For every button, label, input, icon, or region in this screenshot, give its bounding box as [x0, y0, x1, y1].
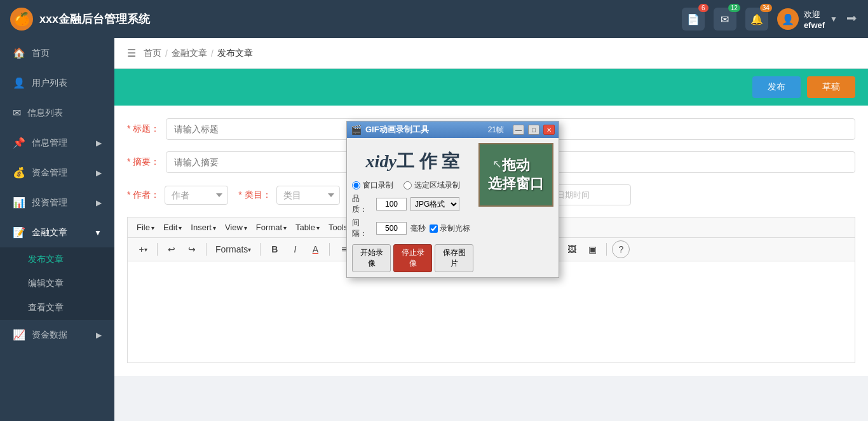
editor-menu-file[interactable]: File▾: [134, 221, 157, 233]
data-icon: 📈: [13, 329, 25, 341]
user-menu[interactable]: 👤 欢迎 efwef ▼: [777, 8, 837, 30]
draft-button[interactable]: 草稿: [807, 76, 855, 98]
help-button[interactable]: ?: [612, 240, 630, 258]
bold-button[interactable]: B: [266, 240, 283, 258]
radio-window-record[interactable]: 窗口录制: [352, 180, 393, 191]
bell-icon-btn[interactable]: 🔔 34: [745, 8, 768, 31]
media-button[interactable]: ▣: [583, 240, 601, 258]
add-button[interactable]: +▾: [134, 240, 152, 258]
breadcrumb-home[interactable]: 首页: [144, 48, 161, 59]
document-icon-btn[interactable]: 📄 6: [682, 8, 705, 31]
font-color-button[interactable]: A: [306, 240, 324, 258]
user-icon: 👤: [13, 77, 25, 89]
username-text: efwef: [804, 20, 825, 30]
interval-row: 间隔： 毫秒 录制光标: [352, 217, 473, 239]
chevron-down-icon: ▼: [830, 15, 837, 24]
sidebar-item-home[interactable]: 🏠 首页: [0, 38, 114, 68]
interval-label: 间隔：: [352, 217, 372, 239]
quality-row: 品质： JPG格式 PNG格式: [352, 193, 473, 215]
author-label: 作者：: [127, 190, 159, 201]
gif-tool-window: 🎬 GIF动画录制工具 21帧 — □ ✕ xidy工 作 室 窗口录制 选定区…: [346, 121, 559, 278]
sidebar-item-assets-data[interactable]: 📈 资金数据 ▶: [0, 320, 114, 350]
radio-window-label: 窗口录制: [363, 180, 393, 191]
editor-menu-table[interactable]: Table▾: [293, 221, 322, 233]
sidebar-sub-item-publish[interactable]: 发布文章: [0, 247, 114, 272]
toolbar-sep-4: [329, 243, 330, 256]
editor-menu-edit[interactable]: Edit▾: [161, 221, 184, 233]
minimize-button[interactable]: —: [513, 125, 524, 135]
menu-icon: ☰: [127, 47, 136, 59]
breadcrumb-current: 发布文章: [217, 48, 253, 59]
redo-button[interactable]: ↪: [183, 240, 201, 258]
document-icon: 📄: [687, 13, 700, 25]
radio-region-input[interactable]: [403, 181, 412, 190]
image-button[interactable]: 🖼: [563, 240, 581, 258]
bell-icon: 🔔: [750, 13, 763, 25]
radio-region-label: 选定区域录制: [414, 180, 460, 191]
sidebar-item-home-label: 首页: [32, 48, 50, 59]
radio-window-input[interactable]: [352, 181, 360, 190]
sidebar-item-assets-label: 资金管理: [32, 167, 67, 179]
gif-controls: xidy工 作 室 窗口录制 选定区域录制 品质： JPG格式: [352, 143, 473, 272]
sidebar-item-users[interactable]: 👤 用户列表: [0, 68, 114, 98]
interval-input[interactable]: [376, 222, 407, 235]
abstract-label: 摘要：: [127, 156, 159, 168]
editor-menu-insert[interactable]: Insert▾: [188, 221, 219, 233]
maximize-button[interactable]: □: [528, 125, 539, 135]
breadcrumb-finance[interactable]: 金融文章: [172, 48, 207, 59]
logout-icon[interactable]: ⮕: [846, 13, 858, 26]
undo-button[interactable]: ↩: [163, 240, 180, 258]
sidebar-item-info-mgmt-label: 信息管理: [32, 137, 67, 149]
gif-preview-text: xidy工 作 室: [352, 143, 473, 177]
sidebar-item-users-label: 用户列表: [32, 78, 67, 89]
gif-frame-count: 21帧: [488, 125, 504, 135]
start-record-button[interactable]: 开始录像: [352, 244, 391, 272]
gif-action-buttons: 开始录像 停止录像 保存图片: [352, 244, 473, 272]
gif-window-title: GIF动画录制工具: [365, 124, 484, 135]
formats-dropdown[interactable]: Formats▾: [212, 240, 255, 258]
sidebar-item-info-mgmt[interactable]: 📌 信息管理 ▶: [0, 128, 114, 158]
radio-region-record[interactable]: 选定区域录制: [403, 180, 460, 191]
sidebar-item-finance[interactable]: 📝 金融文章 ▼: [0, 217, 114, 247]
chevron-down-finance-icon: ▼: [94, 228, 102, 237]
italic-button[interactable]: I: [286, 240, 304, 258]
sidebar-item-messages-label: 信息列表: [27, 107, 63, 119]
toolbar-sep-2: [206, 243, 207, 256]
record-cursor-checkbox[interactable]: [430, 224, 438, 233]
quality-label: 品质：: [352, 193, 372, 215]
record-cursor-checkbox-label[interactable]: 录制光标: [430, 223, 470, 234]
quality-input[interactable]: [376, 198, 407, 210]
mail-icon-btn[interactable]: ✉ 12: [714, 8, 736, 31]
greeting-text: 欢迎: [804, 9, 825, 20]
sidebar-sub-item-view[interactable]: 查看文章: [0, 296, 114, 320]
sidebar-item-assets-data-label: 资金数据: [32, 329, 67, 341]
gif-titlebar: 🎬 GIF动画录制工具 21帧 — □ ✕: [347, 121, 559, 138]
article-icon: 📝: [13, 226, 25, 238]
author-select[interactable]: 作者: [165, 186, 228, 205]
sidebar-sub-item-edit[interactable]: 编辑文章: [0, 272, 114, 296]
mail-badge: 12: [728, 4, 740, 12]
gif-preview-right: ↖ 拖动 选择窗口: [478, 143, 553, 207]
editor-menu-format[interactable]: Format▾: [254, 221, 289, 233]
document-badge: 6: [698, 4, 709, 12]
header-right: 📄 6 ✉ 12 🔔 34 👤 欢迎 efwef ▼ ⮕: [682, 8, 858, 31]
chevron-right-icon-3: ▶: [96, 198, 102, 207]
bell-badge: 34: [760, 4, 772, 12]
user-info: 欢迎 efwef: [804, 9, 825, 30]
breadcrumb: ☰ 首页 / 金融文章 / 发布文章: [114, 38, 868, 69]
sidebar-item-messages[interactable]: ✉ 信息列表: [0, 98, 114, 128]
save-image-button[interactable]: 保存图片: [435, 244, 473, 272]
category-select[interactable]: 类目: [276, 186, 340, 205]
logo-icon: 🍊: [10, 8, 33, 31]
publish-button[interactable]: 发布: [752, 76, 801, 98]
sidebar-item-invest[interactable]: 📊 投资管理 ▶: [0, 188, 114, 217]
format-select[interactable]: JPG格式 PNG格式: [410, 197, 459, 211]
close-button[interactable]: ✕: [543, 125, 555, 135]
stop-record-button[interactable]: 停止录像: [393, 244, 432, 272]
gif-right-line1: 拖动: [502, 157, 530, 173]
mail-icon: ✉: [721, 13, 729, 25]
interval-unit: 毫秒: [410, 223, 426, 234]
editor-menu-view[interactable]: View▾: [222, 221, 250, 233]
sidebar-item-assets[interactable]: 💰 资金管理 ▶: [0, 158, 114, 188]
toolbar-sep-1: [157, 243, 158, 256]
